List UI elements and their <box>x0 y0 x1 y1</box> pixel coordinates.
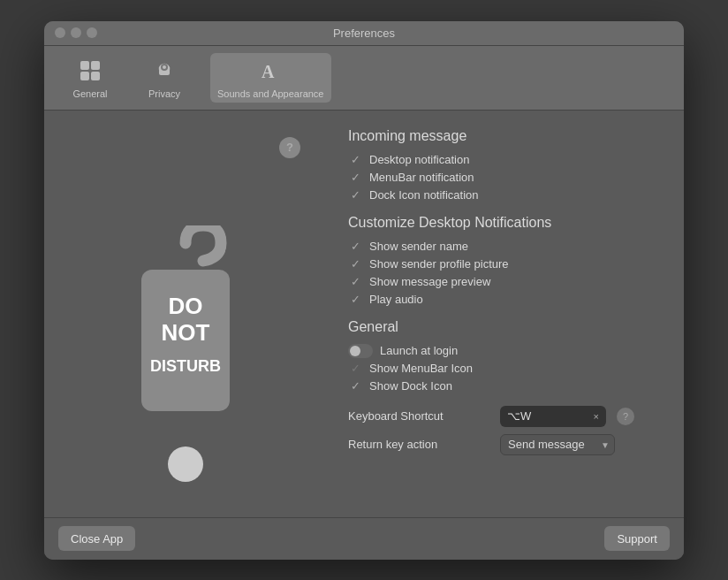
check-icon-1: ✓ <box>348 153 362 167</box>
check-icon-3: ✓ <box>348 188 362 202</box>
check-icon-4: ✓ <box>348 240 362 254</box>
checkbox-show-menubar[interactable]: ✓ Show MenuBar Icon <box>348 362 663 376</box>
minimize-button[interactable] <box>71 27 81 38</box>
svg-text:DISTURB: DISTURB <box>150 357 221 375</box>
keyboard-shortcut-row: Keyboard Shortcut ⌥W × ? <box>348 406 663 427</box>
dnd-illustration: DO NOT DISTURB <box>124 225 247 438</box>
svg-point-7 <box>163 65 166 69</box>
launch-login-toggle[interactable] <box>348 344 373 358</box>
checkbox-play-audio[interactable]: ✓ Play audio <box>348 293 663 307</box>
desktop-notification-label: Desktop notification <box>369 153 469 166</box>
close-app-button[interactable]: Close App <box>58 526 135 551</box>
toggle-knob-1 <box>350 346 360 356</box>
menubar-notification-label: MenuBar notification <box>369 171 474 184</box>
checkbox-menubar-notification[interactable]: ✓ MenuBar notification <box>348 171 663 185</box>
check-icon-6: ✓ <box>348 275 362 289</box>
tab-sounds-label: Sounds and Appearance <box>217 88 324 99</box>
svg-text:A: A <box>262 62 275 81</box>
help-badge[interactable]: ? <box>279 137 300 158</box>
checkbox-show-dock[interactable]: ✓ Show Dock Icon <box>348 379 663 393</box>
tab-sounds[interactable]: A Sounds and Appearance <box>210 53 331 103</box>
customize-desktop-title: Customize Desktop Notifications <box>348 215 663 231</box>
show-message-preview-label: Show message preview <box>369 275 490 288</box>
return-key-select-wrapper: Send message New line ▼ <box>500 434 615 455</box>
check-icon-9: ✓ <box>348 379 362 393</box>
tab-privacy-label: Privacy <box>148 88 180 99</box>
close-button[interactable] <box>55 27 65 38</box>
show-menubar-label: Show MenuBar Icon <box>369 362 473 375</box>
show-dock-label: Show Dock Icon <box>369 379 452 393</box>
shortcut-clear-button[interactable]: × <box>594 411 599 422</box>
svg-text:DO: DO <box>169 293 203 319</box>
titlebar: Preferences <box>44 21 684 46</box>
check-icon-5: ✓ <box>348 257 362 271</box>
checkbox-show-message-preview[interactable]: ✓ Show message preview <box>348 275 663 289</box>
support-button[interactable]: Support <box>604 526 670 551</box>
window-title: Preferences <box>333 27 395 40</box>
keyboard-help-badge[interactable]: ? <box>617 408 634 425</box>
traffic-lights <box>55 27 97 38</box>
play-audio-label: Play audio <box>369 293 423 306</box>
checkbox-show-sender-picture[interactable]: ✓ Show sender profile picture <box>348 257 663 271</box>
svg-text:NOT: NOT <box>162 319 210 346</box>
incoming-message-title: Incoming message <box>348 128 663 144</box>
tab-general-label: General <box>72 88 107 99</box>
dnd-toggle[interactable] <box>168 446 203 482</box>
checkbox-show-sender-name[interactable]: ✓ Show sender name <box>348 240 663 254</box>
launch-login-label: Launch at login <box>380 344 458 357</box>
content-area: ? DO NOT DISTURB Incoming message <box>44 111 684 517</box>
general-icon <box>76 57 104 85</box>
svg-rect-0 <box>80 61 89 70</box>
svg-rect-1 <box>91 61 100 70</box>
preferences-window: Preferences General <box>44 21 684 560</box>
launch-at-login-row: Launch at login <box>348 344 663 358</box>
checkbox-dock-notification[interactable]: ✓ Dock Icon notification <box>348 188 663 202</box>
toolbar: General Privacy A Sounds and Appearance <box>44 46 684 111</box>
shortcut-value: ⌥W <box>507 409 588 423</box>
tab-general[interactable]: General <box>62 53 118 103</box>
return-key-label: Return key action <box>348 438 489 451</box>
maximize-button[interactable] <box>87 27 97 38</box>
keyboard-shortcut-box[interactable]: ⌥W × <box>500 406 606 427</box>
sounds-icon: A <box>256 57 284 85</box>
checkbox-desktop-notification[interactable]: ✓ Desktop notification <box>348 153 663 167</box>
return-key-row: Return key action Send message New line … <box>348 434 663 455</box>
keyboard-shortcut-label: Keyboard Shortcut <box>348 409 489 423</box>
svg-rect-3 <box>91 72 100 80</box>
check-icon-7: ✓ <box>348 293 362 307</box>
right-panel: Incoming message ✓ Desktop notification … <box>327 111 684 517</box>
check-icon-2: ✓ <box>348 171 362 185</box>
return-key-select[interactable]: Send message New line <box>500 434 615 455</box>
check-icon-8: ✓ <box>348 362 362 376</box>
dock-notification-label: Dock Icon notification <box>369 188 479 202</box>
bottom-bar: Close App Support <box>44 517 684 560</box>
privacy-icon <box>150 57 178 85</box>
svg-rect-2 <box>80 72 89 80</box>
left-panel: ? DO NOT DISTURB <box>44 111 327 517</box>
tab-privacy[interactable]: Privacy <box>136 53 193 103</box>
general-section-title: General <box>348 319 663 335</box>
show-sender-picture-label: Show sender profile picture <box>369 257 509 271</box>
show-sender-name-label: Show sender name <box>369 240 468 253</box>
